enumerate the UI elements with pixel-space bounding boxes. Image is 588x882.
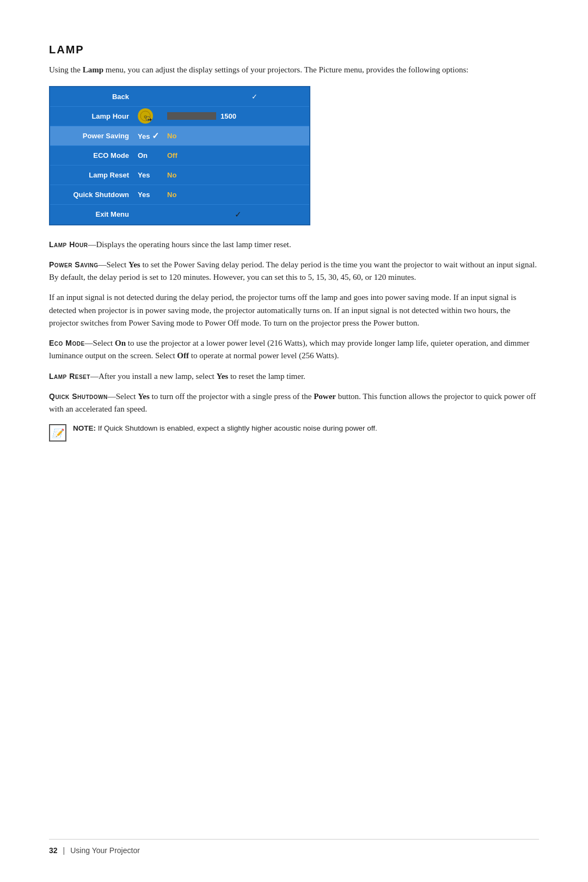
- menu-row-back[interactable]: Back ✓: [50, 87, 309, 107]
- term-eco-mode: Eco Mode: [49, 339, 85, 347]
- note-box: 📝 NOTE: If Quick Shutdown is enabled, ex…: [49, 423, 539, 442]
- menu-label-quick-shutdown: Quick Shutdown: [50, 187, 134, 202]
- menu-row-exit[interactable]: Exit Menu ✓: [50, 205, 309, 224]
- note-bold-label: NOTE:: [73, 424, 96, 432]
- menu-label-power-saving: Power Saving: [50, 128, 134, 143]
- menu-label-eco-mode: ECO Mode: [50, 148, 134, 163]
- menu-col3-back: ✓: [200, 93, 309, 101]
- page-title: LAMP: [49, 44, 539, 56]
- footer-separator: |: [63, 846, 65, 855]
- menu-row-eco-mode[interactable]: ECO Mode On Off: [50, 146, 309, 166]
- term-lamp-reset: Lamp Reset: [49, 372, 90, 381]
- quick-shutdown-yes-bold: Yes: [138, 392, 150, 401]
- menu-col1-power-saving: Yes ✓: [134, 131, 167, 141]
- term-power-saving: Power Saving: [49, 260, 99, 269]
- footer: 32 | Using Your Projector: [49, 839, 539, 855]
- desc-eco-mode: Eco Mode—Select On to use the projector …: [49, 337, 539, 363]
- menu-row-lamp-hour[interactable]: Lamp Hour ☼ ✦ 1500: [50, 107, 309, 126]
- lamp-hour-progress-bar: [167, 112, 216, 120]
- lamp-hour-value: 1500: [220, 112, 236, 120]
- menu-col2-eco-mode: Off: [167, 151, 200, 160]
- back-checkmark: ✓: [252, 93, 258, 101]
- eco-off-bold: Off: [177, 351, 189, 360]
- menu-col2-quick-shutdown: No: [167, 191, 200, 199]
- quick-shutdown-power-bold: Power: [314, 392, 336, 401]
- note-text: NOTE: If Quick Shutdown is enabled, expe…: [73, 423, 377, 434]
- note-content: If Quick Shutdown is enabled, expect a s…: [98, 424, 377, 432]
- power-saving-check: ✓: [152, 131, 159, 140]
- exit-checkmark: ✓: [235, 210, 242, 219]
- menu-col1-quick-shutdown: Yes: [134, 191, 167, 199]
- menu-row-power-saving[interactable]: Power Saving Yes ✓ No: [50, 126, 309, 146]
- footer-page-number: 32: [49, 846, 58, 855]
- power-saving-yes-bold: Yes: [128, 260, 140, 269]
- menu-col1-lamp-reset: Yes: [134, 171, 167, 179]
- menu-row-lamp-reset[interactable]: Lamp Reset Yes No: [50, 166, 309, 185]
- note-icon: 📝: [49, 424, 66, 442]
- term-quick-shutdown: Quick Shutdown: [49, 392, 108, 401]
- menu-row-quick-shutdown[interactable]: Quick Shutdown Yes No: [50, 185, 309, 205]
- desc-power-saving-2: If an input signal is not detected durin…: [49, 291, 539, 329]
- term-lamp-hour: Lamp Hour: [49, 240, 88, 249]
- power-saving-yes: Yes: [138, 132, 150, 140]
- desc-power-saving: Power Saving—Select Yes to set the Power…: [49, 259, 539, 284]
- intro-paragraph: Using the Lamp menu, you can adjust the …: [49, 64, 539, 76]
- desc-lamp-reset: Lamp Reset—After you install a new lamp,…: [49, 370, 539, 383]
- intro-bold: Lamp: [83, 65, 103, 74]
- menu-col1-lamp-hour: ☼ ✦: [134, 108, 167, 124]
- menu-label-lamp-hour: Lamp Hour: [50, 109, 134, 124]
- menu-col2-power-saving: No: [167, 132, 200, 140]
- menu-label-lamp-reset: Lamp Reset: [50, 168, 134, 182]
- menu-lamp-hour-bar-area: 1500: [167, 112, 309, 120]
- lamp-reset-yes-bold: Yes: [217, 372, 229, 381]
- lamp-hour-icon: ☼ ✦: [138, 108, 153, 124]
- eco-on-bold: On: [115, 339, 126, 347]
- menu-col2-exit: ✓: [167, 210, 309, 219]
- menu-col2-lamp-reset: No: [167, 171, 200, 179]
- desc-quick-shutdown: Quick Shutdown—Select Yes to turn off th…: [49, 390, 539, 416]
- menu-col1-eco-mode: On: [134, 151, 167, 160]
- svg-text:✦: ✦: [147, 118, 150, 121]
- menu-label-exit: Exit Menu: [50, 207, 134, 222]
- footer-label: Using Your Projector: [70, 846, 140, 855]
- desc-lamp-hour: Lamp Hour—Displays the operating hours s…: [49, 238, 539, 251]
- menu-label-back: Back: [50, 89, 134, 104]
- lamp-menu: Back ✓ Lamp Hour ☼ ✦ 1500 Power Saving: [49, 86, 310, 225]
